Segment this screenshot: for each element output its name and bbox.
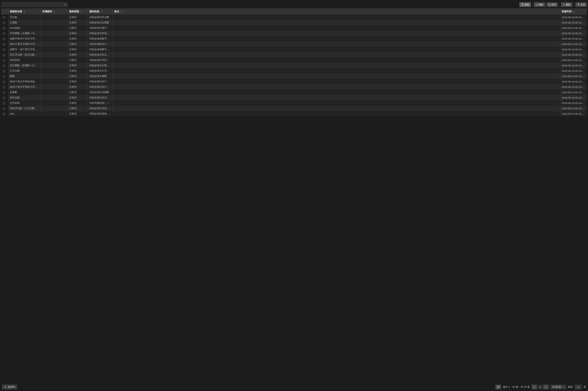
cell-remark	[113, 36, 560, 41]
sort-icon: ▲▼	[101, 11, 102, 13]
cell-updated: 2019-09-19 05:10:...	[560, 14, 587, 20]
row-checkbox[interactable]	[3, 107, 5, 110]
cell-type: 正则式	[67, 90, 88, 95]
cell-name: email地址	[8, 25, 41, 31]
select-columns-button[interactable]: 选择列	[2, 385, 17, 390]
row-checkbox-cell	[1, 41, 8, 47]
header-name[interactable]: 值规则名称 ▲▼	[8, 8, 41, 14]
table-row[interactable]: 由26个英文字母的大写组...正则式内容必须由26个英...2019-09-19…	[1, 41, 587, 47]
table-row[interactable]: URL正则式内容必须为有效UR...2019-09-19 05:10:...	[1, 111, 587, 116]
cell-updated: 2019-09-19 05:10:...	[560, 68, 587, 74]
jump-input[interactable]	[575, 385, 582, 389]
row-checkbox[interactable]	[3, 59, 5, 62]
header-updated[interactable]: 更新时间 ▲▼	[560, 8, 587, 14]
cell-updated: 2019-09-19 05:10:...	[560, 90, 587, 95]
row-checkbox[interactable]	[3, 38, 5, 40]
header-info[interactable]: 规则信息 ▲▼	[88, 8, 113, 14]
table-row[interactable]: 由26个英文字母的小写组...正则式内容必须为26个英...2019-09-19…	[1, 84, 587, 90]
select-all-checkbox[interactable]	[3, 10, 5, 13]
row-checkbox[interactable]	[3, 16, 5, 19]
cell-info: 内容必须由26个英...	[88, 41, 113, 47]
cell-updated: 2019-09-19 05:10:...	[560, 36, 587, 41]
table-row[interactable]: 正整数正则式内容必须为正整数2019-09-19 05:10:...	[1, 20, 587, 25]
row-checkbox[interactable]	[3, 65, 5, 67]
cell-name: 非正浮点数（负浮点数 + 0）	[8, 52, 41, 57]
delete-button[interactable]: 删除	[561, 2, 573, 7]
row-checkbox[interactable]	[3, 97, 5, 99]
edit-button[interactable]: 编辑	[534, 2, 545, 7]
page-summary: 显示 1 - 19 条，共 19 条	[503, 385, 530, 389]
data-table: 值规则名称 ▲▼ 所属模块 ▲▼ 规则类型 ▲▼ 规则信息 ▲▼	[1, 8, 587, 116]
footer: 选择列 显示 1 - 19 条，共 19 条 1	[0, 383, 588, 391]
cell-name: 非负浮点数（正浮点数 + 0）	[8, 106, 41, 111]
table-row[interactable]: 负浮点数正则式内容必须为负浮点数2019-09-19 05:10:...	[1, 95, 587, 100]
table-row[interactable]: 文件名称正则式内容不能包括/、\...2019-09-19 05:10:...	[1, 100, 587, 106]
cell-type: 正则式	[67, 25, 88, 31]
table-row[interactable]: 非负浮点数（正浮点数 + 0）正则式内容必须为非负浮...2019-09-19 …	[1, 106, 587, 111]
page-number-button[interactable]: 1	[538, 385, 543, 389]
page-size-select[interactable]: 20 条/页	[550, 385, 566, 389]
row-checkbox[interactable]	[3, 91, 5, 94]
row-checkbox[interactable]	[3, 32, 5, 35]
cell-remark	[113, 57, 560, 63]
cell-updated: 2019-09-19 05:10:...	[560, 52, 587, 57]
table-row[interactable]: 正浮点数正则式内容必须为正浮点数2019-09-19 05:10:...	[1, 68, 587, 74]
next-page-button[interactable]	[543, 385, 549, 389]
header-module[interactable]: 所属模块 ▲▼	[41, 8, 67, 14]
filter-button[interactable]: 过滤	[575, 2, 587, 7]
row-checkbox[interactable]	[3, 54, 5, 56]
cell-info: 内容必须为字符及...	[88, 57, 113, 63]
refresh-button[interactable]	[495, 385, 501, 389]
new-button[interactable]: 新建	[519, 2, 531, 7]
list-icon	[4, 386, 6, 388]
cell-info: 内容必须由数字和...	[88, 36, 113, 41]
header-name-label: 值规则名称	[10, 10, 22, 13]
table-row[interactable]: 浮点数正则式内容必须为浮点数2019-09-19 05:10:...	[1, 14, 587, 20]
row-checkbox[interactable]	[3, 70, 5, 72]
cell-type: 正则式	[67, 95, 88, 100]
row-checkbox[interactable]	[3, 43, 5, 46]
table-header-row: 值规则名称 ▲▼ 所属模块 ▲▼ 规则类型 ▲▼ 规则信息 ▲▼	[1, 8, 587, 14]
cell-name: 正整数	[8, 20, 41, 25]
cell-module	[41, 31, 67, 36]
table-row[interactable]: 非正整数（负整数 + 0）正则式内容必须为正整数...2019-09-19 05…	[1, 63, 587, 68]
row-checkbox-cell	[1, 106, 8, 111]
copy-button[interactable]: 拷贝	[546, 2, 558, 7]
row-checkbox-cell	[1, 111, 8, 116]
row-checkbox[interactable]	[3, 102, 5, 104]
cell-remark	[113, 25, 560, 31]
cell-remark	[113, 106, 560, 111]
cell-info: 内容必须为正整数	[88, 20, 113, 25]
header-type-label: 规则类型	[69, 10, 79, 13]
table-row[interactable]: 由数字和26个英文字母组...正则式内容必须由数字和...2019-09-19 …	[1, 36, 587, 41]
cell-module	[41, 68, 67, 74]
table-row[interactable]: 由数字、26个英文字母或...正则式内容必须由数字、...2019-09-19 …	[1, 47, 587, 52]
cell-name: 非正整数（负整数 + 0）	[8, 63, 41, 68]
table-row[interactable]: 非正浮点数（负浮点数 + 0）正则式内容必须为非正浮...2019-09-19 …	[1, 52, 587, 57]
cell-remark	[113, 31, 560, 36]
search-input[interactable]	[1, 2, 68, 7]
file-plus-icon	[521, 3, 524, 6]
row-checkbox[interactable]	[3, 81, 5, 83]
row-checkbox[interactable]	[3, 48, 5, 51]
row-checkbox[interactable]	[3, 22, 5, 24]
cell-remark	[113, 20, 560, 25]
cell-type: 正则式	[67, 31, 88, 36]
row-checkbox[interactable]	[3, 86, 5, 89]
table-row[interactable]: 整数正则式内容必须为整数2019-09-19 05:10:...	[1, 74, 587, 79]
header-type[interactable]: 规则类型 ▲▼	[67, 8, 88, 14]
header-remark[interactable]: 备注 ▲▼	[113, 8, 560, 14]
row-checkbox[interactable]	[3, 113, 5, 115]
row-checkbox[interactable]	[3, 27, 5, 29]
table-row[interactable]: 由26个英文字母组成的字...正则式内容必须为26个英...2019-09-19…	[1, 79, 587, 84]
table-row[interactable]: 代码名称正则式内容必须为字符及...2019-09-19 05:10:...	[1, 57, 587, 63]
table-row[interactable]: 负整数正则式内容必须为负整数2019-09-19 05:10:...	[1, 90, 587, 95]
cell-name: 负整数	[8, 90, 41, 95]
table-row[interactable]: 非负整数（正整数 + 0）正则式内容必须为非负整...2019-09-19 05…	[1, 31, 587, 36]
table-scroll[interactable]: 值规则名称 ▲▼ 所属模块 ▲▼ 规则类型 ▲▼ 规则信息 ▲▼	[0, 8, 588, 383]
row-checkbox[interactable]	[3, 75, 5, 78]
prev-page-button[interactable]	[532, 385, 537, 389]
table-row[interactable]: email地址正则式内容必须为电子邮...2019-09-19 05:10:..…	[1, 25, 587, 31]
cell-module	[41, 36, 67, 41]
chevron-left-icon	[533, 386, 536, 388]
